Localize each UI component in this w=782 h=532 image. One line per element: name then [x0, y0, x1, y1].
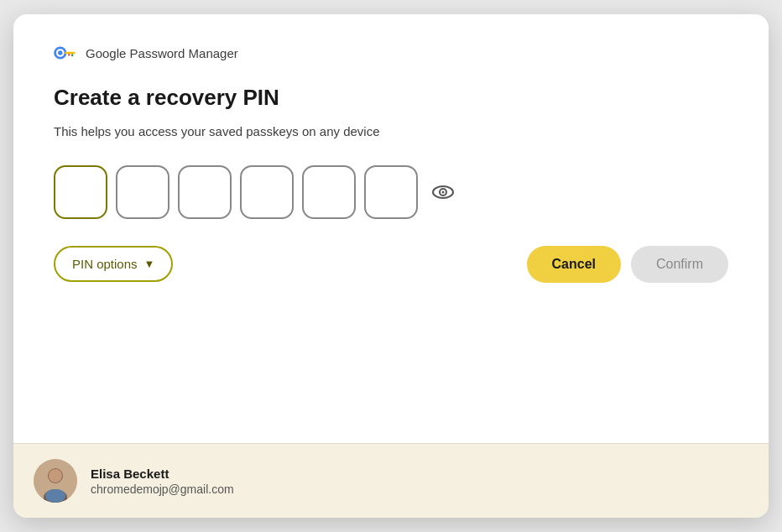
- confirm-button[interactable]: Confirm: [631, 246, 728, 283]
- svg-point-1: [58, 50, 62, 55]
- pin-box-6[interactable]: [364, 165, 418, 219]
- cancel-button[interactable]: Cancel: [527, 246, 621, 283]
- dialog-title: Create a recovery PIN: [54, 85, 728, 111]
- pin-box-2[interactable]: [116, 165, 169, 219]
- svg-rect-2: [65, 52, 75, 54]
- right-buttons-group: Cancel Confirm: [527, 246, 728, 283]
- pin-options-button[interactable]: PIN options ▼: [54, 246, 173, 282]
- dialog-container: Google Password Manager Create a recover…: [13, 14, 769, 518]
- svg-point-11: [45, 489, 65, 503]
- pin-box-1[interactable]: [54, 165, 107, 219]
- app-name-label: Google Password Manager: [86, 46, 238, 60]
- header-row: Google Password Manager: [54, 41, 728, 65]
- svg-rect-4: [68, 54, 70, 55]
- dialog-description: This helps you access your saved passkey…: [54, 123, 728, 142]
- user-info: Elisa Beckett chromedemojp@gmail.com: [91, 467, 234, 496]
- pin-options-label: PIN options: [72, 257, 138, 271]
- pin-box-3[interactable]: [178, 165, 232, 219]
- toggle-visibility-icon[interactable]: [431, 183, 455, 201]
- pin-input-row: [54, 165, 728, 219]
- pin-box-4[interactable]: [240, 165, 294, 219]
- svg-point-12: [49, 469, 62, 482]
- pin-box-5[interactable]: [302, 165, 356, 219]
- dialog-main-content: Google Password Manager Create a recover…: [13, 14, 769, 443]
- svg-rect-3: [71, 54, 73, 56]
- svg-point-7: [442, 190, 445, 193]
- google-key-icon: [54, 41, 77, 65]
- actions-row: PIN options ▼ Cancel Confirm: [54, 246, 728, 283]
- user-name: Elisa Beckett: [91, 467, 234, 481]
- chevron-down-icon: ▼: [144, 258, 155, 270]
- user-footer: Elisa Beckett chromedemojp@gmail.com: [13, 443, 769, 518]
- avatar: [34, 459, 77, 503]
- user-email: chromedemojp@gmail.com: [91, 482, 234, 496]
